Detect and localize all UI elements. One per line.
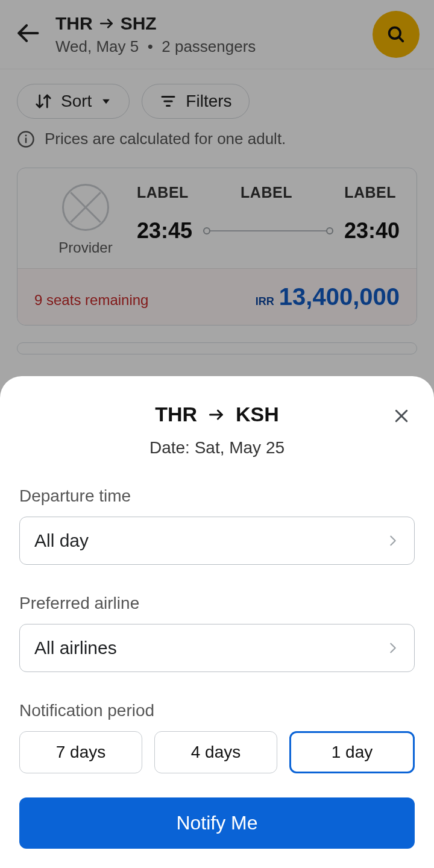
preferred-airline-label: Preferred airline xyxy=(19,594,415,613)
departure-time-group: Departure time All day xyxy=(19,486,415,565)
departure-time-label: Departure time xyxy=(19,486,415,506)
period-option-4days[interactable]: 4 days xyxy=(154,731,277,773)
notification-period-group: Notification period 7 days 4 days 1 day xyxy=(19,701,415,773)
period-row: 7 days 4 days 1 day xyxy=(19,731,415,773)
sheet-destination: KSH xyxy=(236,403,279,426)
sheet-origin: THR xyxy=(155,403,197,426)
chevron-right-icon xyxy=(386,534,400,547)
preferred-airline-value: All airlines xyxy=(34,638,117,658)
arrow-right-icon xyxy=(208,406,225,423)
period-option-1day[interactable]: 1 day xyxy=(289,731,415,773)
sheet-route: THR KSH xyxy=(19,403,415,426)
notify-bottom-sheet: THR KSH Date: Sat, May 25 Departure time… xyxy=(0,376,434,868)
sheet-date: Date: Sat, May 25 xyxy=(19,438,415,458)
period-option-7days[interactable]: 7 days xyxy=(19,731,142,773)
notify-me-button[interactable]: Notify Me xyxy=(19,797,415,849)
preferred-airline-group: Preferred airline All airlines xyxy=(19,594,415,672)
close-button[interactable] xyxy=(388,403,415,429)
departure-time-select[interactable]: All day xyxy=(19,517,415,565)
close-icon xyxy=(392,407,410,425)
departure-time-value: All day xyxy=(34,530,89,551)
notification-period-label: Notification period xyxy=(19,701,415,720)
chevron-right-icon xyxy=(386,641,400,655)
preferred-airline-select[interactable]: All airlines xyxy=(19,624,415,672)
